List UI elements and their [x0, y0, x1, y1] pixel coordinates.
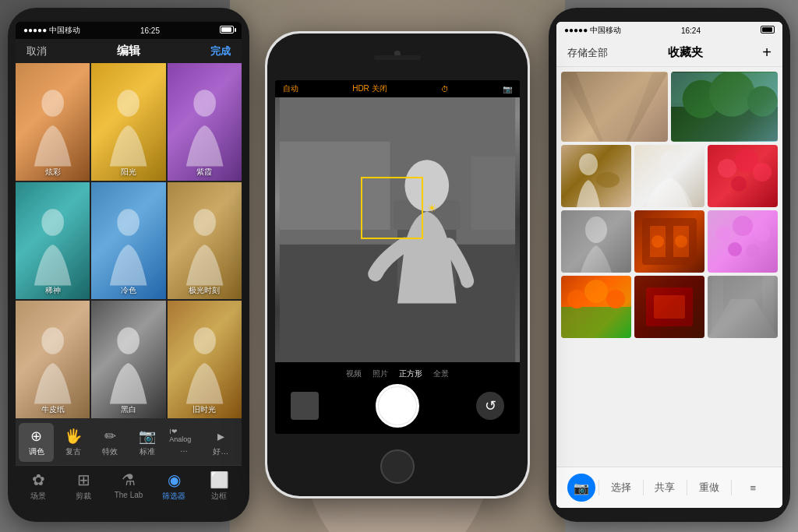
nav-scene-label: 场景	[30, 491, 46, 502]
filter-warm[interactable]: 炫彩	[16, 63, 90, 181]
crop-icon: ⊞	[77, 470, 90, 489]
left-time: 16:25	[140, 26, 160, 35]
mode-square[interactable]: 正方形	[399, 368, 422, 379]
left-bottom-nav: ✿ 场景 ⊞ 剪裁 ⚗ The Lab ◉ 筛选器 ⬜ 边框	[16, 465, 242, 508]
divider-3	[687, 480, 687, 495]
photo-boy-dog[interactable]	[561, 145, 631, 207]
analog-tab-icon: I❤Analog	[169, 428, 198, 443]
vintage-tab-icon: 🖐	[65, 428, 82, 445]
nav-lab[interactable]: ⚗ The Lab	[106, 466, 151, 508]
svg-point-12	[193, 209, 216, 235]
add-collection-button[interactable]: +	[762, 44, 772, 62]
left-phone: ●●●●● 中国移动 16:25 取消 编辑 完成 炫彩	[8, 8, 249, 522]
menu-icon: ≡	[750, 482, 756, 494]
filter-tab-effect[interactable]: ✏ 特效	[93, 423, 128, 462]
nav-filter[interactable]: ◉ 筛选器	[151, 466, 196, 508]
svg-point-29	[596, 172, 620, 188]
filter-cool[interactable]: 冷色	[91, 182, 165, 300]
speaker-grill	[374, 55, 421, 60]
filter-tab-standard[interactable]: 📷 标准	[129, 423, 164, 462]
filter-kraft[interactable]: 牛皮纸	[16, 301, 90, 418]
photo-red-thing[interactable]	[634, 276, 704, 338]
filter-tab-color[interactable]: ⊕ 调色	[19, 423, 54, 462]
svg-point-10	[41, 209, 64, 235]
photo-corridor[interactable]	[561, 72, 668, 142]
filter-teal[interactable]: 稀神	[16, 182, 90, 300]
shutter-button[interactable]	[376, 384, 419, 428]
mode-video[interactable]: 视频	[346, 368, 362, 379]
last-photo-thumb[interactable]	[291, 392, 319, 420]
hdr-mode[interactable]: HDR 关闭	[352, 83, 387, 94]
center-phone-border: 自动 HDR 关闭 ⏱ 📷	[267, 33, 528, 496]
photo-bride[interactable]	[634, 145, 704, 207]
mode-photo[interactable]: 照片	[373, 368, 388, 379]
filter-vintage2[interactable]: 极光时刻	[168, 182, 242, 300]
filter-icon: ◉	[168, 470, 181, 489]
svg-point-41	[675, 235, 687, 248]
svg-rect-56	[762, 276, 774, 338]
right-status-bar: ●●●●● 中国移动 16:24	[556, 22, 782, 39]
share-button[interactable]: 共享	[647, 481, 684, 495]
camera-button[interactable]: 📷	[567, 474, 595, 502]
menu-button[interactable]: ≡	[735, 482, 772, 494]
photo-flowers-purple[interactable]	[708, 210, 778, 273]
filter-tab-vintage[interactable]: 🖐 复古	[55, 423, 90, 462]
svg-point-8	[118, 90, 140, 116]
filter-tab-more[interactable]: ▸ 好…	[203, 423, 238, 462]
photo-flowers-red[interactable]	[708, 145, 778, 207]
filter-sunny[interactable]: 阳光	[91, 63, 165, 181]
left-battery	[220, 26, 234, 35]
photo-rust[interactable]	[634, 210, 704, 273]
done-button[interactable]: 完成	[210, 44, 231, 58]
svg-point-7	[41, 90, 64, 116]
save-all-button[interactable]: 存储全部	[567, 46, 608, 60]
color-tab-icon: ⊕	[30, 428, 42, 445]
svg-point-48	[567, 290, 586, 308]
camera-flip-button[interactable]: ↺	[476, 392, 504, 420]
svg-point-27	[747, 86, 778, 117]
filter-bw[interactable]: 黑白	[91, 301, 165, 418]
right-time: 16:24	[681, 26, 701, 35]
photo-hallway[interactable]	[708, 276, 778, 338]
filter-retro[interactable]: 旧时光	[168, 301, 242, 418]
mode-panorama[interactable]: 全景	[433, 368, 449, 379]
photo-row-2	[561, 145, 778, 207]
redo-button[interactable]: 重做	[690, 481, 728, 495]
right-bottom-nav: 📷 选择 共享 重做 ≡	[556, 467, 782, 508]
nav-border-label: 边框	[211, 491, 227, 502]
svg-point-14	[118, 328, 140, 354]
filter-tab-analog[interactable]: I❤Analog …	[166, 423, 201, 462]
camera-switch-icon[interactable]: 📷	[503, 85, 512, 93]
nav-scene[interactable]: ✿ 场景	[16, 466, 61, 508]
focus-box	[361, 177, 423, 239]
svg-rect-22	[471, 157, 515, 230]
photo-trees[interactable]	[671, 72, 778, 142]
svg-point-31	[718, 159, 736, 178]
border-icon: ⬜	[210, 470, 229, 489]
svg-point-49	[584, 280, 608, 303]
shutter-inner	[379, 387, 416, 425]
svg-rect-53	[654, 295, 685, 319]
share-label: 共享	[655, 481, 675, 495]
photo-row-3	[561, 210, 778, 273]
nav-crop[interactable]: ⊞ 剪裁	[61, 466, 106, 508]
svg-rect-55	[711, 276, 723, 338]
photo-orange-flowers[interactable]	[561, 276, 631, 338]
left-status-bar: ●●●●● 中国移动 16:25	[16, 22, 242, 39]
filter-tab-color-label: 调色	[29, 446, 44, 457]
select-button[interactable]: 选择	[602, 481, 640, 495]
flash-mode[interactable]: 自动	[283, 83, 298, 94]
nav-border[interactable]: ⬜ 边框	[196, 466, 242, 508]
svg-rect-47	[561, 307, 631, 338]
center-phone: 自动 HDR 关闭 ⏱ 📷	[265, 31, 530, 499]
svg-point-40	[651, 235, 664, 248]
camera-viewfinder[interactable]	[275, 97, 520, 362]
camera-controls: ↺	[283, 384, 512, 428]
home-button[interactable]	[380, 449, 415, 484]
photo-girl-chair[interactable]	[561, 210, 631, 273]
nav-filter-label: 筛选器	[162, 491, 185, 502]
filter-retro-label: 旧时光	[168, 404, 242, 415]
filter-purple[interactable]: 紫霞	[168, 63, 242, 181]
filter-tab-effect-label: 特效	[102, 446, 118, 457]
cancel-button[interactable]: 取消	[26, 44, 47, 58]
